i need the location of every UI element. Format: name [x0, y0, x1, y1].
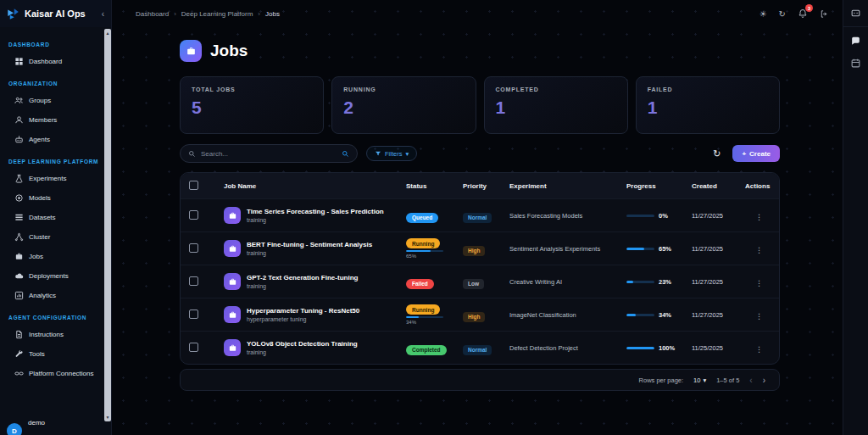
chat-icon[interactable] — [850, 36, 861, 47]
table-row[interactable]: BERT Fine-tuning - Sentiment Analysistra… — [181, 231, 779, 265]
row-menu-icon[interactable]: ⋮ — [755, 345, 763, 354]
calendar-icon[interactable] — [850, 58, 861, 69]
job-name[interactable]: GPT-2 Text Generation Fine-tuning — [247, 274, 358, 282]
assistant-panel-icon[interactable] — [843, 0, 868, 27]
experiment-link[interactable]: ImageNet Classification — [509, 311, 626, 319]
row-menu-icon[interactable]: ⋮ — [755, 279, 763, 287]
table-row[interactable]: GPT-2 Text Generation Fine-tuningtrainin… — [181, 265, 779, 298]
breadcrumb-platform[interactable]: Deep Learning Platform — [181, 10, 253, 18]
rows-per-page-select[interactable]: 10 ▾ — [693, 376, 706, 384]
page-header: Jobs — [180, 40, 780, 62]
table-header-row: Job Name Status Priority Experiment Prog… — [181, 173, 779, 198]
sidebar-item-dashboard[interactable]: Dashboard — [0, 52, 103, 71]
table-refresh-icon[interactable]: ↻ — [713, 148, 721, 159]
stat-label: TOTAL JOBS — [192, 86, 312, 92]
row-checkbox[interactable] — [189, 276, 198, 286]
row-checkbox[interactable] — [189, 210, 198, 220]
table-row[interactable]: YOLOv8 Object Detection Trainingtraining… — [181, 331, 779, 364]
document-icon — [14, 330, 24, 339]
progress-percent: 65% — [659, 245, 671, 253]
scroll-down-icon[interactable]: ▼ — [106, 415, 110, 420]
search-icon — [188, 150, 196, 158]
sidebar-item-label: Deployments — [29, 272, 69, 280]
link-icon — [14, 369, 24, 378]
experiment-link[interactable]: Creative Writing AI — [509, 278, 626, 286]
job-name[interactable]: Time Series Forecasting - Sales Predicti… — [247, 208, 384, 215]
sidebar-collapse-icon[interactable]: ‹ — [102, 9, 104, 19]
job-name[interactable]: BERT Fine-tuning - Sentiment Analysis — [247, 241, 372, 248]
status-badge: Failed — [406, 279, 434, 289]
sidebar-item-models[interactable]: Models — [0, 188, 103, 208]
section-label-agent-configuration: AGENT CONFIGURATION — [0, 305, 103, 325]
sidebar-scrollbar[interactable]: ▲ ▼ — [104, 29, 111, 421]
column-header-experiment[interactable]: Experiment — [509, 182, 626, 190]
select-all-checkbox[interactable] — [189, 181, 198, 190]
sidebar-item-deployments[interactable]: Deployments — [0, 266, 103, 286]
create-button[interactable]: + Create — [732, 145, 780, 162]
sidebar-item-cluster[interactable]: Cluster — [0, 227, 103, 247]
sidebar-item-members[interactable]: Members — [0, 110, 103, 130]
search-input[interactable] — [201, 150, 337, 158]
job-name[interactable]: YOLOv8 Object Detection Training — [247, 340, 358, 348]
priority-badge: Normal — [463, 345, 492, 355]
user-profile[interactable]: D demo — [0, 416, 111, 435]
sidebar-item-experiments[interactable]: Experiments — [0, 169, 103, 188]
sidebar-item-datasets[interactable]: Datasets — [0, 208, 103, 227]
user-name: demo — [28, 419, 45, 427]
sidebar-item-groups[interactable]: Groups — [0, 91, 103, 110]
column-header-status[interactable]: Status — [406, 182, 463, 190]
sidebar-item-jobs[interactable]: Jobs — [0, 247, 103, 266]
job-briefcase-icon — [224, 207, 241, 224]
column-header-progress[interactable]: Progress — [626, 182, 692, 190]
logout-icon[interactable] — [820, 9, 829, 19]
sidebar-item-tools[interactable]: Tools — [0, 344, 103, 364]
table-row[interactable]: Hyperparameter Tuning - ResNet50hyperpar… — [181, 298, 779, 331]
refresh-icon[interactable]: ↻ — [779, 9, 786, 19]
next-page-icon[interactable]: › — [763, 376, 765, 385]
progress-percent: 0% — [659, 212, 668, 220]
search-box[interactable] — [180, 144, 358, 163]
column-header-priority[interactable]: Priority — [463, 182, 509, 190]
filters-button[interactable]: Filters ▾ — [366, 146, 417, 161]
experiment-link[interactable]: Sales Forecasting Models — [509, 212, 626, 220]
row-menu-icon[interactable]: ⋮ — [755, 246, 763, 254]
sidebar-nav: DASHBOARD Dashboard ORGANIZATION Groups … — [0, 27, 103, 418]
sidebar-item-label: Tools — [29, 350, 45, 358]
notifications-bell-icon[interactable]: 3 — [798, 8, 808, 19]
row-checkbox[interactable] — [189, 243, 198, 253]
brand-header: Kaisar AI Ops ‹ — [0, 0, 111, 27]
sidebar-item-agents[interactable]: Agents — [0, 130, 103, 149]
sidebar-item-platform-connections[interactable]: Platform Connections — [0, 364, 103, 383]
breadcrumb-separator-icon: › — [258, 10, 260, 18]
column-header-job-name[interactable]: Job Name — [220, 182, 406, 190]
previous-page-icon[interactable]: ‹ — [749, 376, 752, 385]
job-briefcase-icon — [224, 306, 241, 323]
row-checkbox[interactable] — [189, 343, 198, 352]
search-submit-icon[interactable] — [342, 150, 349, 158]
breadcrumb-dashboard[interactable]: Dashboard — [136, 10, 169, 18]
row-menu-icon[interactable]: ⋮ — [755, 312, 763, 321]
agent-robot-icon — [14, 135, 24, 144]
created-date: 11/27/2025 — [692, 278, 745, 286]
scroll-up-icon[interactable]: ▲ — [106, 31, 110, 36]
table-row[interactable]: Time Series Forecasting - Sales Predicti… — [181, 198, 779, 231]
row-checkbox[interactable] — [189, 310, 198, 319]
theme-toggle-icon[interactable]: ☀ — [760, 9, 767, 19]
row-menu-icon[interactable]: ⋮ — [755, 213, 763, 221]
created-date: 11/27/2025 — [692, 212, 745, 220]
sidebar-item-analytics[interactable]: Analytics — [0, 286, 103, 305]
job-briefcase-icon — [224, 339, 241, 356]
experiment-link[interactable]: Defect Detection Project — [509, 344, 626, 352]
experiment-link[interactable]: Sentiment Analysis Experiments — [509, 245, 626, 253]
progress-bar — [626, 281, 654, 283]
filters-label: Filters — [385, 150, 402, 158]
job-name[interactable]: Hyperparameter Tuning - ResNet50 — [247, 307, 359, 315]
sidebar-item-instructions[interactable]: Instructions — [0, 325, 103, 344]
brand-logo-icon — [7, 8, 19, 20]
section-label-organization: ORGANIZATION — [0, 71, 103, 91]
sidebar-item-label: Experiments — [29, 175, 66, 182]
stat-value: 5 — [192, 98, 312, 118]
progress-bar — [626, 215, 654, 217]
priority-badge: High — [463, 312, 485, 322]
column-header-created[interactable]: Created — [692, 182, 745, 190]
